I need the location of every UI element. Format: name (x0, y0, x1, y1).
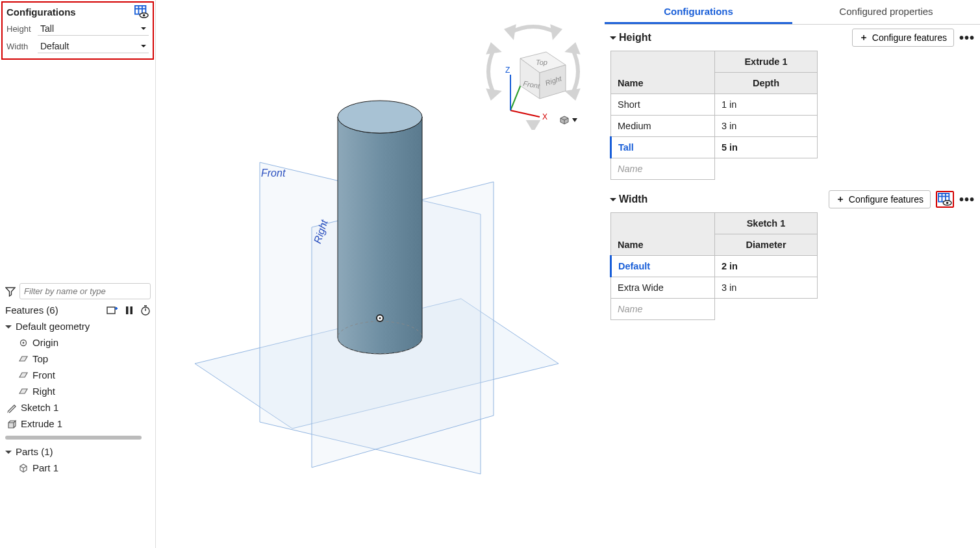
render-mode-dropdown[interactable] (559, 114, 577, 126)
svg-rect-9 (126, 306, 129, 314)
configure-features-button[interactable]: ＋Configure features (829, 190, 931, 208)
svg-line-35 (510, 83, 521, 110)
svg-point-54 (946, 202, 949, 205)
add-feature-icon[interactable] (107, 305, 118, 316)
svg-point-25 (379, 317, 381, 319)
width-table: NameSketch 1 Diameter Default2 inExtra W… (610, 212, 818, 320)
table-row[interactable]: Extra Wide3 in (611, 277, 818, 299)
origin-icon (18, 338, 29, 348)
height-table: NameExtrude 1 Depth Short1 inMedium3 inT… (610, 51, 818, 180)
chevron-down-icon[interactable] (610, 32, 616, 44)
stopwatch-icon[interactable] (140, 305, 151, 316)
configurations-quick-panel: Configurations Height Tall Width Default (1, 1, 154, 60)
svg-point-5 (143, 14, 145, 17)
view-cube[interactable]: X Y Z Top Front Right (475, 13, 592, 130)
chevron-down-icon (5, 446, 12, 457)
svg-point-22 (338, 101, 422, 133)
tree-default-geometry[interactable]: Default geometry (0, 318, 156, 334)
more-menu-icon[interactable]: ••• (959, 34, 975, 41)
svg-point-15 (23, 342, 25, 343)
table-visibility-icon[interactable] (936, 191, 954, 208)
table-visibility-icon[interactable] (134, 5, 149, 18)
tab-configurations[interactable]: Configurations (605, 0, 792, 24)
svg-marker-31 (489, 91, 497, 97)
chevron-down-icon (5, 321, 12, 332)
table-row[interactable]: Default2 in (611, 256, 818, 277)
chevron-down-icon[interactable] (610, 193, 616, 205)
svg-text:Z: Z (505, 66, 510, 75)
configure-features-button[interactable]: ＋Configure features (852, 29, 954, 47)
svg-marker-27 (553, 27, 559, 36)
svg-marker-29 (569, 91, 577, 97)
svg-marker-32 (529, 122, 537, 129)
configurations-title: Configurations (6, 6, 76, 18)
tree-part1[interactable]: Part 1 (0, 460, 156, 476)
tree-origin[interactable]: Origin (0, 334, 156, 351)
tree-parts-header[interactable]: Parts (1) (0, 443, 156, 460)
sketch-icon (6, 403, 17, 413)
height-add-row[interactable]: Name (611, 158, 715, 180)
svg-marker-26 (507, 27, 514, 36)
width-label: Width (6, 42, 38, 51)
extrude-icon (6, 419, 17, 429)
width-add-row[interactable]: Name (611, 299, 715, 320)
svg-line-33 (510, 110, 540, 117)
configurations-panel: Configurations Configured properties Hei… (605, 0, 980, 548)
svg-marker-30 (489, 45, 497, 52)
tree-sketch1[interactable]: Sketch 1 (0, 399, 156, 416)
filter-icon[interactable] (5, 286, 16, 297)
tree-plane-top[interactable]: Top (0, 351, 156, 367)
pause-icon[interactable] (125, 306, 134, 315)
table-row[interactable]: Tall5 in (611, 137, 818, 158)
svg-marker-45 (572, 118, 577, 122)
plane-icon (18, 386, 29, 397)
part-icon (18, 463, 29, 473)
height-select[interactable]: Tall (38, 22, 149, 36)
svg-text:Top: Top (536, 58, 547, 66)
plane-icon (18, 370, 29, 380)
feature-filter-input[interactable] (19, 283, 151, 299)
front-plane-label: Front (261, 168, 285, 179)
section-height-title: Height (619, 32, 651, 44)
tab-configured-properties[interactable]: Configured properties (792, 0, 980, 24)
tree-plane-right[interactable]: Right (0, 383, 156, 399)
svg-marker-28 (569, 45, 577, 52)
table-row[interactable]: Medium3 in (611, 116, 818, 137)
svg-rect-10 (131, 306, 133, 314)
plane-icon (18, 354, 29, 364)
more-menu-icon[interactable]: ••• (959, 196, 975, 203)
svg-rect-6 (107, 307, 115, 314)
svg-text:X: X (542, 112, 547, 121)
scrollbar[interactable] (5, 436, 142, 440)
table-row[interactable]: Short1 in (611, 94, 818, 116)
section-width-title: Width (619, 193, 647, 205)
tree-plane-front[interactable]: Front (0, 367, 156, 383)
3d-viewport[interactable]: Front Right X Y Z Top Front (156, 0, 605, 548)
width-select[interactable]: Default (38, 40, 149, 53)
height-label: Height (6, 24, 38, 34)
features-header: Features (6) (5, 305, 58, 316)
tree-extrude1[interactable]: Extrude 1 (0, 416, 156, 432)
